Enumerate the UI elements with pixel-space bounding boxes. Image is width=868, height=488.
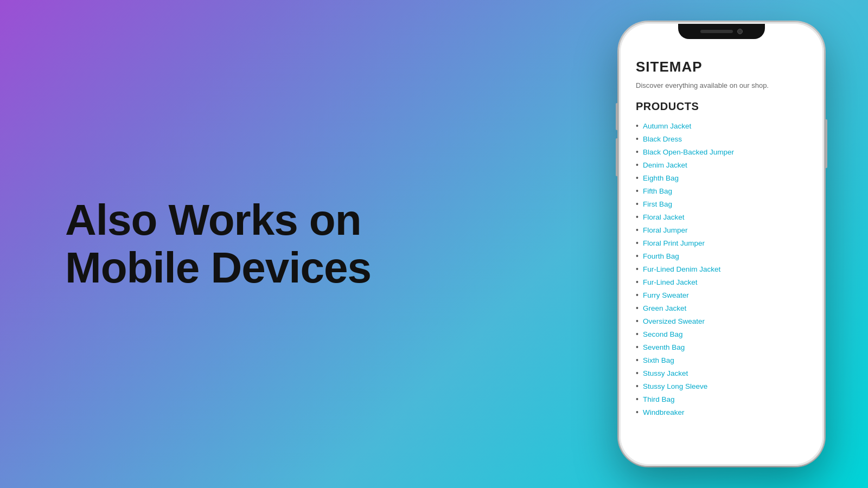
hero-title-line2: Mobile Devices <box>65 243 371 292</box>
product-link[interactable]: Second Bag <box>643 330 683 338</box>
phone-inner-shell: SITEMAP Discover everything available on… <box>621 24 822 464</box>
product-link[interactable]: Green Jacket <box>643 304 686 312</box>
product-link[interactable]: Stussy Jacket <box>643 369 688 377</box>
product-link[interactable]: Denim Jacket <box>643 161 687 169</box>
phone-outer-shell: SITEMAP Discover everything available on… <box>618 22 825 466</box>
phone-button-volume <box>616 138 618 176</box>
hero-title: Also Works on Mobile Devices <box>65 196 391 292</box>
product-list: Autumn JacketBlack DressBlack Open-Backe… <box>636 119 807 419</box>
product-link[interactable]: Floral Print Jumper <box>643 239 705 247</box>
product-link[interactable]: Black Dress <box>643 135 682 143</box>
product-link[interactable]: Third Bag <box>643 395 675 403</box>
product-link[interactable]: Fourth Bag <box>643 252 679 260</box>
phone-mockup: SITEMAP Discover everything available on… <box>618 22 825 466</box>
list-item[interactable]: First Bag <box>636 197 807 210</box>
product-link[interactable]: Sixth Bag <box>643 356 674 364</box>
list-item[interactable]: Second Bag <box>636 328 807 341</box>
hero-text-block: Also Works on Mobile Devices <box>65 196 391 292</box>
list-item[interactable]: Green Jacket <box>636 301 807 314</box>
phone-notch <box>678 24 765 39</box>
hero-title-line1: Also Works on <box>65 196 361 244</box>
product-link[interactable]: First Bag <box>643 200 672 208</box>
sitemap-description: Discover everything available on our sho… <box>636 81 807 91</box>
background: Also Works on Mobile Devices SITEMAP Dis… <box>0 0 868 488</box>
products-heading: PRODUCTS <box>636 100 807 113</box>
product-link[interactable]: Windbreaker <box>643 408 685 416</box>
list-item[interactable]: Denim Jacket <box>636 158 807 171</box>
list-item[interactable]: Fifth Bag <box>636 184 807 197</box>
list-item[interactable]: Oversized Sweater <box>636 314 807 328</box>
notch-camera <box>737 29 743 34</box>
list-item[interactable]: Windbreaker <box>636 406 807 419</box>
phone-button-mute <box>616 103 618 130</box>
list-item[interactable]: Eighth Bag <box>636 171 807 184</box>
list-item[interactable]: Fur-Lined Jacket <box>636 275 807 288</box>
list-item[interactable]: Stussy Long Sleeve <box>636 380 807 393</box>
list-item[interactable]: Black Open-Backed Jumper <box>636 145 807 158</box>
phone-screen[interactable]: SITEMAP Discover everything available on… <box>621 24 822 464</box>
list-item[interactable]: Stussy Jacket <box>636 367 807 380</box>
list-item[interactable]: Floral Print Jumper <box>636 236 807 249</box>
notch-speaker <box>700 30 733 33</box>
list-item[interactable]: Floral Jumper <box>636 223 807 236</box>
list-item[interactable]: Furry Sweater <box>636 288 807 301</box>
product-link[interactable]: Stussy Long Sleeve <box>643 382 707 390</box>
list-item[interactable]: Floral Jacket <box>636 210 807 223</box>
sitemap-title: SITEMAP <box>636 59 807 75</box>
list-item[interactable]: Seventh Bag <box>636 341 807 354</box>
product-link[interactable]: Autumn Jacket <box>643 122 691 130</box>
product-link[interactable]: Fur-Lined Denim Jacket <box>643 265 720 273</box>
list-item[interactable]: Autumn Jacket <box>636 119 807 132</box>
list-item[interactable]: Third Bag <box>636 393 807 406</box>
list-item[interactable]: Fur-Lined Denim Jacket <box>636 262 807 275</box>
product-link[interactable]: Eighth Bag <box>643 174 679 182</box>
product-link[interactable]: Black Open-Backed Jumper <box>643 148 734 156</box>
product-link[interactable]: Oversized Sweater <box>643 317 705 325</box>
phone-button-power <box>825 119 827 168</box>
product-link[interactable]: Floral Jumper <box>643 226 688 234</box>
list-item[interactable]: Sixth Bag <box>636 354 807 367</box>
product-link[interactable]: Fifth Bag <box>643 187 672 195</box>
product-link[interactable]: Furry Sweater <box>643 291 689 299</box>
product-link[interactable]: Fur-Lined Jacket <box>643 278 698 286</box>
list-item[interactable]: Fourth Bag <box>636 249 807 262</box>
list-item[interactable]: Black Dress <box>636 132 807 145</box>
product-link[interactable]: Seventh Bag <box>643 343 685 351</box>
product-link[interactable]: Floral Jacket <box>643 213 685 221</box>
